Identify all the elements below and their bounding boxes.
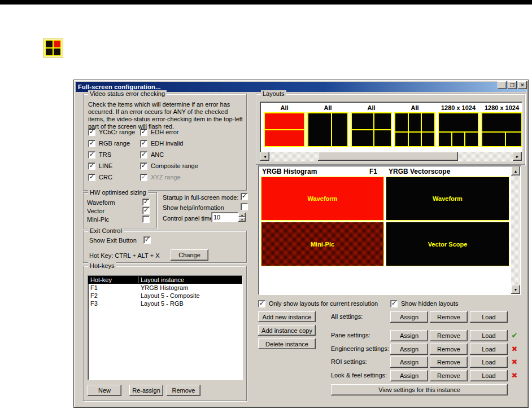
pane-settings-assign-button[interactable]: Assign	[390, 330, 428, 341]
layout-thumbnail-4[interactable]	[394, 112, 435, 147]
engineering-settings-remove-button[interactable]: Remove	[430, 344, 468, 355]
pane-label: Vector Scope	[428, 241, 468, 248]
all-settings-assign-button[interactable]: Assign	[390, 311, 428, 323]
layouts-strip[interactable]: All All All All 1280 x 1024 1280 x 1024 …	[260, 102, 522, 161]
crc-checkbox[interactable]: ✓	[88, 174, 95, 181]
engineering-settings-load-button[interactable]: Load	[470, 344, 508, 355]
vscroll-track[interactable]	[511, 166, 520, 294]
spin-down-button[interactable]: ▼	[238, 217, 246, 222]
hotkey-cell: F2	[88, 292, 138, 299]
checkbox-rgb-range[interactable]: ✓ RGB range	[88, 139, 130, 147]
waveform-sizing-checkbox[interactable]: ✓	[142, 199, 150, 206]
layout-thumbnail-2[interactable]	[307, 112, 348, 147]
preview-pane-minipic[interactable]: Mini-Pic	[261, 222, 384, 266]
add-instance-copy-button[interactable]: Add instance copy	[258, 325, 316, 336]
line-checkbox[interactable]: ✓	[88, 162, 95, 170]
scroll-up-button[interactable]: ▲	[511, 166, 520, 175]
show-exit-button-checkbox[interactable]: ✓	[143, 236, 151, 244]
engineering-settings-assign-button[interactable]: Assign	[390, 344, 428, 355]
trs-label: TRS	[99, 151, 111, 158]
layout-thumbnail-5[interactable]	[438, 112, 479, 147]
remove-hotkey-button[interactable]: Remove	[167, 385, 200, 396]
scroll-right-button[interactable]: ►	[513, 152, 522, 161]
checkbox-edh-error[interactable]: ✓ EDH error	[140, 128, 179, 136]
look-feel-settings-remove-button[interactable]: Remove	[430, 370, 468, 381]
layout-thumbnail-1[interactable]	[264, 112, 305, 147]
ycbcr-range-checkbox[interactable]: ✓	[88, 129, 95, 136]
reassign-hotkey-button[interactable]: Re-assign	[129, 385, 163, 396]
checkbox-trs[interactable]: ✓ TRS	[88, 151, 111, 159]
anc-checkbox[interactable]: ✓	[140, 151, 147, 159]
delete-instance-button[interactable]: Delete instance	[258, 338, 316, 349]
all-settings-load-button[interactable]: Load	[470, 311, 508, 323]
new-hotkey-button[interactable]: New	[88, 385, 121, 396]
show-hidden-layouts[interactable]: ✓ Show hidden layouts	[390, 300, 459, 307]
checkbox-crc[interactable]: ✓ CRC	[88, 173, 112, 181]
check-icon: ✓	[89, 129, 94, 135]
layout-thumbnail-6[interactable]	[481, 112, 522, 147]
edh-invalid-checkbox[interactable]: ✓	[140, 140, 147, 147]
minipic-sizing-checkbox[interactable]: ✓	[142, 216, 150, 223]
spin-up-button[interactable]: ▲	[238, 213, 246, 217]
pane-settings-remove-button[interactable]: Remove	[430, 330, 468, 341]
composite-range-checkbox[interactable]: ✓	[140, 162, 147, 170]
hotkeys-list[interactable]: Hot-key Layout instance F1 YRGB Histogra…	[88, 275, 243, 380]
preview-pane-waveform-black[interactable]: Waveform	[386, 177, 509, 221]
layout-quadrants-icon[interactable]	[43, 38, 63, 58]
check-icon: ✓	[242, 193, 247, 199]
show-hidden-layouts-checkbox[interactable]: ✓	[390, 300, 398, 307]
layout-thumbnail-3[interactable]	[351, 112, 392, 147]
video-status-description: Check the items which will determine if …	[88, 101, 244, 130]
scroll-left-button[interactable]: ◄	[260, 152, 269, 161]
checkbox-edh-invalid[interactable]: ✓ EDH invalid	[140, 139, 183, 147]
preview-vscrollbar[interactable]: ▲ ▼	[511, 166, 520, 294]
roi-settings-load-button[interactable]: Load	[470, 357, 508, 368]
show-help-checkbox[interactable]: ✓	[241, 203, 248, 210]
scroll-down-icon: ▼	[514, 288, 518, 292]
check-icon: ✓	[89, 162, 94, 169]
edh-invalid-label: EDH invalid	[151, 140, 183, 147]
trs-checkbox[interactable]: ✓	[88, 151, 95, 159]
hotkeys-group-title: Hot-keys	[88, 262, 116, 269]
only-show-current-resolution[interactable]: ✓ Only show layouts for current resoluti…	[258, 300, 378, 307]
check-icon: ✓	[259, 300, 264, 306]
all-settings-remove-button[interactable]: Remove	[430, 311, 468, 323]
hotkey-row-f3[interactable]: F3 Layout 5 - RGB	[88, 300, 242, 307]
look-feel-settings-load-button[interactable]: Load	[470, 370, 508, 381]
look-feel-settings-label: Look & feel settings:	[331, 372, 387, 379]
view-settings-button[interactable]: View settings for this instance	[331, 384, 508, 395]
hscroll-thumb[interactable]	[318, 152, 458, 161]
rgb-range-checkbox[interactable]: ✓	[88, 140, 95, 147]
checkbox-ycbcr-range[interactable]: ✓ YCbCr range	[88, 128, 135, 136]
change-hotkey-button[interactable]: Change	[171, 249, 208, 261]
pane-settings-load-button[interactable]: Load	[470, 330, 508, 341]
checkbox-anc[interactable]: ✓ ANC	[140, 151, 164, 159]
pane-label: Mini-Pic	[311, 241, 334, 248]
minimize-button[interactable]: _	[498, 81, 507, 89]
preview-pane-vectorscope[interactable]: Vector Scope	[386, 222, 509, 266]
only-show-current-resolution-checkbox[interactable]: ✓	[258, 300, 265, 307]
checkbox-line[interactable]: ✓ LINE	[88, 162, 112, 170]
checkbox-composite-range[interactable]: ✓ Composite range	[140, 162, 198, 170]
preview-pane-waveform-red[interactable]: Waveform	[261, 177, 384, 221]
look-feel-settings-assign-button[interactable]: Assign	[390, 370, 428, 381]
startup-fullscreen-checkbox[interactable]: ✓	[241, 193, 248, 200]
roi-settings-assign-button[interactable]: Assign	[390, 357, 428, 368]
check-icon: ✓	[143, 199, 149, 205]
layout-preview-panel[interactable]: YRGB Histogram F1 YRGB Vectorscope Wavef…	[258, 165, 521, 295]
vector-sizing-label: Vector	[87, 208, 104, 214]
roi-settings-remove-button[interactable]: Remove	[430, 357, 468, 368]
add-new-instance-button[interactable]: Add new instance	[258, 311, 316, 322]
timeout-input[interactable]	[211, 212, 238, 222]
close-button[interactable]: ✕	[518, 81, 527, 89]
layouts-hscrollbar[interactable]: ◄ ►	[260, 152, 522, 161]
layout-thumb-label: All	[307, 104, 348, 111]
check-icon: ✓	[145, 236, 150, 243]
hotkey-row-f1[interactable]: F1 YRGB Histogram	[88, 284, 242, 292]
anc-label: ANC	[151, 151, 164, 158]
edh-error-checkbox[interactable]: ✓	[140, 129, 147, 136]
vector-sizing-checkbox[interactable]: ✓	[142, 207, 150, 214]
hotkey-row-f2[interactable]: F2 Layout 5 - Composite	[88, 292, 242, 300]
scroll-down-button[interactable]: ▼	[511, 285, 520, 294]
maximize-button[interactable]: ❐	[508, 81, 517, 89]
